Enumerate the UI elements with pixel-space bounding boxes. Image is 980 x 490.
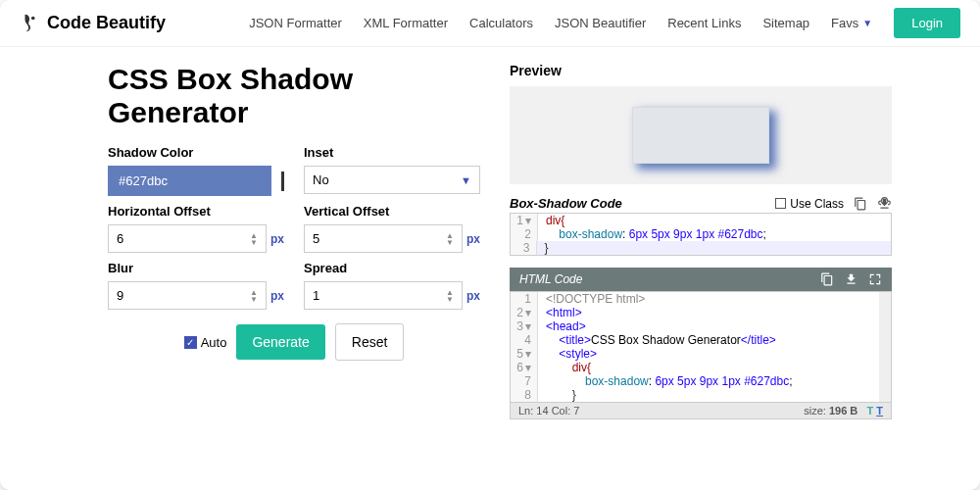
- nav-xml-formatter[interactable]: XML Formatter: [364, 16, 448, 30]
- chevron-down-icon: ▼: [862, 18, 872, 28]
- generate-button[interactable]: Generate: [236, 324, 324, 360]
- shadow-color-input[interactable]: #627dbc: [108, 166, 284, 196]
- color-picker-icon[interactable]: [281, 172, 284, 191]
- status-bar: Ln: 14 Col: 7 size: 196 B T T: [510, 403, 892, 419]
- spinner-icon[interactable]: ▲▼: [250, 232, 258, 246]
- spread-input[interactable]: 1▲▼: [304, 281, 463, 310]
- copy-icon[interactable]: [820, 272, 834, 286]
- page-title: CSS Box Shadow Generator: [108, 63, 480, 129]
- cursor-position: Ln: 14 Col: 7: [518, 405, 579, 416]
- login-button[interactable]: Login: [894, 8, 960, 38]
- box-shadow-code-title: Box-Shadow Code: [510, 196, 622, 211]
- html-code-header: HTML Code: [510, 268, 892, 291]
- blur-label: Blur: [108, 261, 284, 275]
- preview-box: [632, 107, 769, 164]
- inset-select[interactable]: No ▼: [304, 166, 480, 194]
- v-offset-input[interactable]: 5▲▼: [304, 224, 463, 253]
- copy-icon[interactable]: [854, 197, 867, 211]
- brand-text: Code Beautify: [47, 13, 166, 33]
- scrollbar[interactable]: [879, 292, 891, 402]
- logo-icon: [20, 13, 41, 34]
- preview-area: [510, 86, 892, 184]
- nav-calculators[interactable]: Calculators: [469, 16, 533, 30]
- h-offset-input[interactable]: 6▲▼: [108, 224, 267, 253]
- svg-point-0: [31, 16, 35, 20]
- auto-checkbox[interactable]: ✓Auto: [184, 335, 227, 350]
- reset-button[interactable]: Reset: [335, 323, 405, 361]
- nav-json-formatter[interactable]: JSON Formatter: [249, 16, 342, 30]
- text-tool-alt-icon[interactable]: T: [876, 405, 883, 416]
- html-code-title: HTML Code: [519, 272, 582, 286]
- top-nav: JSON Formatter XML Formatter Calculators…: [249, 8, 960, 38]
- inset-label: Inset: [304, 145, 480, 160]
- download-icon[interactable]: [844, 272, 858, 286]
- spinner-icon[interactable]: ▲▼: [446, 289, 454, 303]
- use-class-checkbox[interactable]: Use Class: [775, 197, 844, 211]
- color-swatch[interactable]: #627dbc: [108, 166, 271, 196]
- box-shadow-code[interactable]: 1▾div{ 2 box-shadow: 6px 5px 9px 1px #62…: [510, 213, 892, 256]
- checkbox-checked-icon: ✓: [184, 336, 197, 349]
- nav-favs[interactable]: Favs▼: [831, 16, 872, 30]
- nav-sitemap[interactable]: Sitemap: [762, 16, 809, 30]
- html-code[interactable]: 1<!DOCTYPE html> 2▾<html> 3▾<head> 4 <ti…: [510, 291, 892, 403]
- preview-label: Preview: [510, 63, 892, 78]
- nav-json-beautifier[interactable]: JSON Beautifier: [555, 16, 646, 30]
- spinner-icon[interactable]: ▲▼: [446, 232, 454, 246]
- download-icon[interactable]: [877, 197, 892, 211]
- unit-label: px: [466, 289, 480, 303]
- blur-input[interactable]: 9▲▼: [108, 281, 267, 310]
- chevron-down-icon: ▼: [461, 174, 471, 186]
- expand-icon[interactable]: [868, 272, 882, 286]
- brand-logo[interactable]: Code Beautify: [20, 13, 166, 34]
- checkbox-empty-icon: [775, 198, 786, 209]
- h-offset-label: Horizontal Offset: [108, 204, 284, 219]
- v-offset-label: Vertical Offset: [304, 204, 480, 219]
- spinner-icon[interactable]: ▲▼: [250, 289, 258, 303]
- unit-label: px: [466, 232, 480, 246]
- unit-label: px: [270, 232, 284, 246]
- shadow-color-label: Shadow Color: [108, 145, 284, 160]
- text-tool-icon[interactable]: T: [866, 405, 873, 416]
- top-bar: Code Beautify JSON Formatter XML Formatt…: [0, 0, 980, 47]
- nav-recent-links[interactable]: Recent Links: [667, 16, 741, 30]
- spread-label: Spread: [304, 261, 480, 275]
- unit-label: px: [270, 289, 284, 303]
